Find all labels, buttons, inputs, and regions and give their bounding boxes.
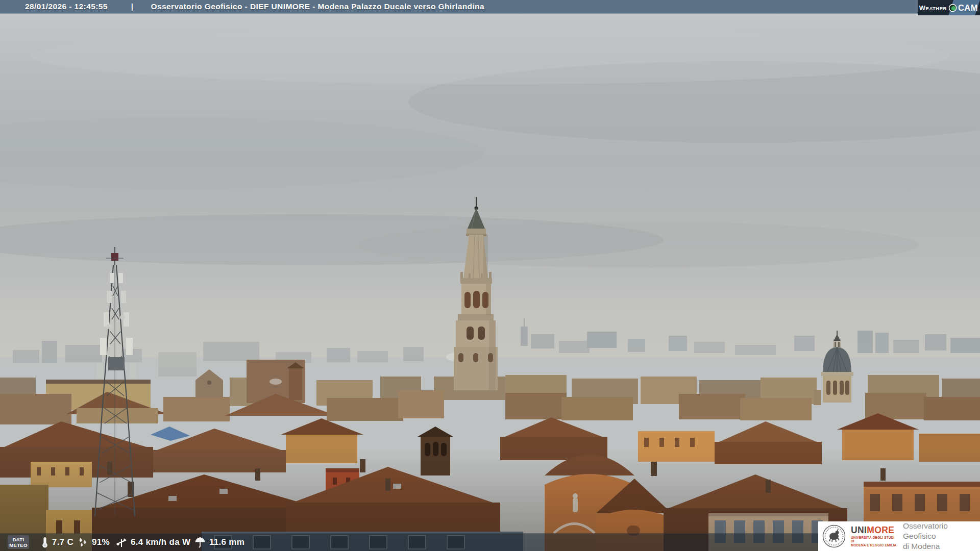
- rain-reading: 11.6 mm: [194, 534, 244, 551]
- weathercam-logo: WEATHER CAM: [918, 0, 980, 15]
- camera-title: Osservatorio Geofisico - DIEF UNIMORE - …: [151, 2, 484, 11]
- unimore-seal-icon: [822, 524, 846, 548]
- webcam-viewer: 28/01/2026 - 12:45:55 | Osservatorio Geo…: [0, 0, 980, 551]
- droplets-icon: [77, 536, 89, 548]
- cam-label: CAM: [958, 3, 978, 13]
- unimore-more-text: MORE: [867, 525, 894, 535]
- dati-meteo-label: DATI METEO: [8, 535, 29, 549]
- university-name: UNIVERSITÀ DEGLI STUDI DI MODENA E REGGI…: [851, 536, 898, 547]
- weather-label: WEATHER: [919, 4, 947, 12]
- temperature-reading: 7.7 C: [41, 534, 74, 551]
- humidity-reading: 91%: [77, 534, 110, 551]
- umbrella-icon: [194, 536, 206, 548]
- thermometer-icon: [41, 536, 49, 548]
- unimore-uni-text: UNI: [851, 525, 867, 535]
- observatory-name: Osservatorio Geofisico di Modena: [903, 521, 980, 551]
- webcam-photo: [0, 0, 980, 551]
- wind-reading: 6.4 km/h da W: [115, 534, 190, 551]
- unimore-wordmark: UNIMORE UNIVERSITÀ DEGLI STUDI DI MODENA…: [851, 525, 898, 547]
- globe-icon: [948, 4, 957, 12]
- unimore-brand-box: UNIMORE UNIVERSITÀ DEGLI STUDI DI MODENA…: [818, 521, 980, 551]
- status-bar: 28/01/2026 - 12:45:55 | Osservatorio Geo…: [0, 0, 980, 14]
- datetime-text: 28/01/2026 - 12:45:55: [25, 2, 108, 11]
- separator: |: [131, 2, 134, 11]
- wind-vane-icon: [115, 536, 128, 548]
